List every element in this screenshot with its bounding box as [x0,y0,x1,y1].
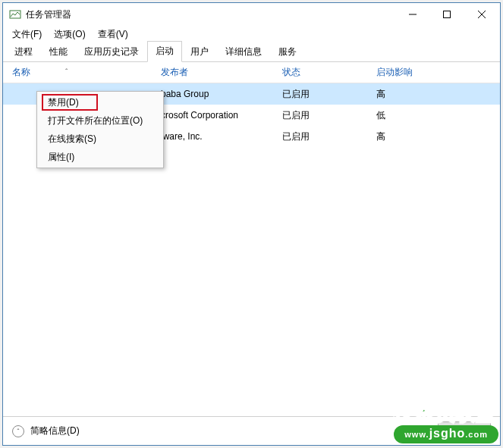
tab-services[interactable]: 服务 [270,42,305,62]
footer-brief[interactable]: 简略信息(D) [30,425,80,437]
header-name-label: 名称 [12,66,30,79]
tab-startup[interactable]: 启动 [147,41,182,62]
cell-status: 已启用 [282,88,376,101]
cell-publisher: lware, Inc. [161,131,282,142]
sort-arrow-icon: ˆ [65,68,68,77]
menu-view[interactable]: 查看(V) [92,27,134,42]
cell-impact: 低 [376,109,500,122]
task-manager-window: 任务管理器 文件(F) 选项(O) 查看(V) 进程 性能 应用历史记录 启动 … [2,2,501,446]
header-publisher[interactable]: 发布者 [161,66,282,79]
cell-status: 已启用 [282,130,376,143]
cell-impact: 高 [376,130,500,143]
menu-options[interactable]: 选项(O) [48,27,91,42]
column-headers: 名称 ˆ 发布者 状态 启动影响 [3,62,500,83]
minimize-button[interactable] [395,3,429,26]
ctx-open-location[interactable]: 打开文件所在的位置(O) [39,111,162,130]
ctx-search-online[interactable]: 在线搜索(S) [39,130,162,148]
cell-impact: 高 [376,88,500,101]
footer-disable-button[interactable]: 禁用(A) [438,421,491,440]
titlebar[interactable]: 任务管理器 [3,3,500,26]
header-status[interactable]: 状态 [282,66,376,79]
tab-details[interactable]: 详细信息 [217,42,270,62]
tab-processes[interactable]: 进程 [6,42,41,62]
menubar: 文件(F) 选项(O) 查看(V) [3,26,500,42]
ctx-properties[interactable]: 属性(I) [39,148,162,166]
close-button[interactable] [464,3,500,26]
cell-publisher: baba Group [161,89,282,99]
tab-users[interactable]: 用户 [182,42,217,62]
chevron-up-icon[interactable]: ˆ [12,425,24,437]
context-menu: 禁用(D) 打开文件所在的位置(O) 在线搜索(S) 属性(I) [36,91,164,168]
svg-rect-2 [443,11,450,18]
header-impact[interactable]: 启动影响 [376,66,500,79]
tabs: 进程 性能 应用历史记录 启动 用户 详细信息 服务 [3,42,500,62]
tab-performance[interactable]: 性能 [41,42,76,62]
cell-publisher: crosoft Corporation [161,110,282,121]
window-title: 任务管理器 [26,8,395,21]
header-name[interactable]: 名称 ˆ [3,66,161,79]
window-controls [395,3,500,26]
menu-file[interactable]: 文件(F) [6,27,48,42]
app-icon [9,8,21,20]
maximize-button[interactable] [429,3,464,26]
svg-rect-0 [10,11,20,18]
footer: ˆ 简略信息(D) 禁用(A) [3,416,500,445]
tab-app-history[interactable]: 应用历史记录 [76,42,147,62]
cell-status: 已启用 [282,109,376,122]
ctx-disable[interactable]: 禁用(D) [39,93,162,111]
